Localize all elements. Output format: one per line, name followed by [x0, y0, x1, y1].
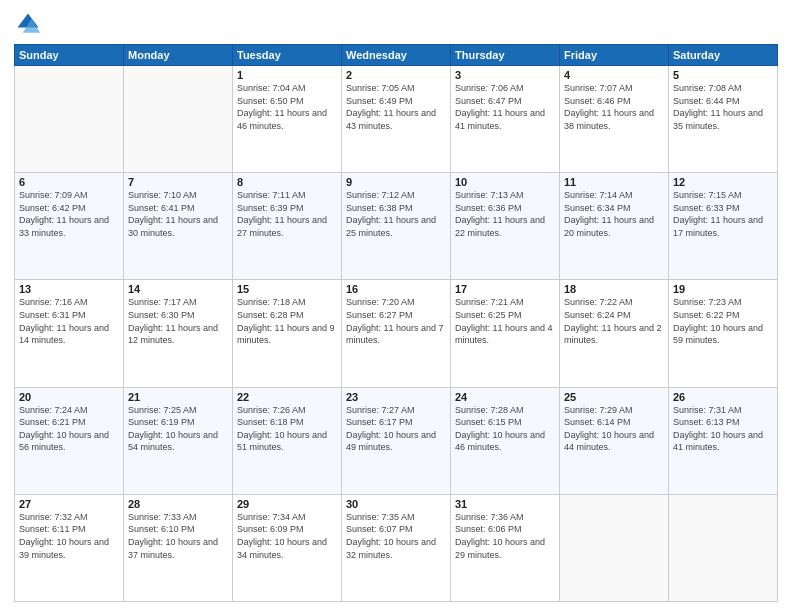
- calendar-week-row: 13Sunrise: 7:16 AM Sunset: 6:31 PM Dayli…: [15, 280, 778, 387]
- day-detail: Sunrise: 7:23 AM Sunset: 6:22 PM Dayligh…: [673, 296, 773, 346]
- day-detail: Sunrise: 7:20 AM Sunset: 6:27 PM Dayligh…: [346, 296, 446, 346]
- weekday-header-row: SundayMondayTuesdayWednesdayThursdayFrid…: [15, 45, 778, 66]
- logo: [14, 10, 46, 38]
- day-detail: Sunrise: 7:32 AM Sunset: 6:11 PM Dayligh…: [19, 511, 119, 561]
- calendar-cell: 6Sunrise: 7:09 AM Sunset: 6:42 PM Daylig…: [15, 173, 124, 280]
- day-number: 7: [128, 176, 228, 188]
- calendar-cell: 24Sunrise: 7:28 AM Sunset: 6:15 PM Dayli…: [451, 387, 560, 494]
- day-detail: Sunrise: 7:16 AM Sunset: 6:31 PM Dayligh…: [19, 296, 119, 346]
- calendar-cell: 2Sunrise: 7:05 AM Sunset: 6:49 PM Daylig…: [342, 66, 451, 173]
- day-number: 25: [564, 391, 664, 403]
- day-number: 1: [237, 69, 337, 81]
- calendar-cell: 11Sunrise: 7:14 AM Sunset: 6:34 PM Dayli…: [560, 173, 669, 280]
- day-detail: Sunrise: 7:17 AM Sunset: 6:30 PM Dayligh…: [128, 296, 228, 346]
- calendar-cell: 20Sunrise: 7:24 AM Sunset: 6:21 PM Dayli…: [15, 387, 124, 494]
- day-number: 9: [346, 176, 446, 188]
- calendar-cell: 9Sunrise: 7:12 AM Sunset: 6:38 PM Daylig…: [342, 173, 451, 280]
- calendar-cell: 18Sunrise: 7:22 AM Sunset: 6:24 PM Dayli…: [560, 280, 669, 387]
- day-detail: Sunrise: 7:09 AM Sunset: 6:42 PM Dayligh…: [19, 189, 119, 239]
- calendar-cell: 10Sunrise: 7:13 AM Sunset: 6:36 PM Dayli…: [451, 173, 560, 280]
- day-detail: Sunrise: 7:10 AM Sunset: 6:41 PM Dayligh…: [128, 189, 228, 239]
- calendar-cell: 22Sunrise: 7:26 AM Sunset: 6:18 PM Dayli…: [233, 387, 342, 494]
- day-number: 2: [346, 69, 446, 81]
- calendar-cell: 30Sunrise: 7:35 AM Sunset: 6:07 PM Dayli…: [342, 494, 451, 601]
- day-detail: Sunrise: 7:07 AM Sunset: 6:46 PM Dayligh…: [564, 82, 664, 132]
- calendar-cell: [15, 66, 124, 173]
- day-detail: Sunrise: 7:35 AM Sunset: 6:07 PM Dayligh…: [346, 511, 446, 561]
- day-detail: Sunrise: 7:18 AM Sunset: 6:28 PM Dayligh…: [237, 296, 337, 346]
- day-detail: Sunrise: 7:28 AM Sunset: 6:15 PM Dayligh…: [455, 404, 555, 454]
- calendar-cell: 12Sunrise: 7:15 AM Sunset: 6:33 PM Dayli…: [669, 173, 778, 280]
- day-number: 29: [237, 498, 337, 510]
- calendar-cell: 3Sunrise: 7:06 AM Sunset: 6:47 PM Daylig…: [451, 66, 560, 173]
- calendar-cell: 19Sunrise: 7:23 AM Sunset: 6:22 PM Dayli…: [669, 280, 778, 387]
- day-number: 6: [19, 176, 119, 188]
- calendar-cell: 16Sunrise: 7:20 AM Sunset: 6:27 PM Dayli…: [342, 280, 451, 387]
- day-detail: Sunrise: 7:34 AM Sunset: 6:09 PM Dayligh…: [237, 511, 337, 561]
- calendar-cell: 17Sunrise: 7:21 AM Sunset: 6:25 PM Dayli…: [451, 280, 560, 387]
- day-detail: Sunrise: 7:25 AM Sunset: 6:19 PM Dayligh…: [128, 404, 228, 454]
- day-detail: Sunrise: 7:11 AM Sunset: 6:39 PM Dayligh…: [237, 189, 337, 239]
- calendar-cell: 31Sunrise: 7:36 AM Sunset: 6:06 PM Dayli…: [451, 494, 560, 601]
- day-number: 28: [128, 498, 228, 510]
- weekday-header: Saturday: [669, 45, 778, 66]
- calendar-week-row: 27Sunrise: 7:32 AM Sunset: 6:11 PM Dayli…: [15, 494, 778, 601]
- day-detail: Sunrise: 7:33 AM Sunset: 6:10 PM Dayligh…: [128, 511, 228, 561]
- day-detail: Sunrise: 7:24 AM Sunset: 6:21 PM Dayligh…: [19, 404, 119, 454]
- weekday-header: Monday: [124, 45, 233, 66]
- calendar-cell: 27Sunrise: 7:32 AM Sunset: 6:11 PM Dayli…: [15, 494, 124, 601]
- calendar-cell: [669, 494, 778, 601]
- calendar-cell: 26Sunrise: 7:31 AM Sunset: 6:13 PM Dayli…: [669, 387, 778, 494]
- day-number: 8: [237, 176, 337, 188]
- day-number: 10: [455, 176, 555, 188]
- day-number: 13: [19, 283, 119, 295]
- calendar-week-row: 6Sunrise: 7:09 AM Sunset: 6:42 PM Daylig…: [15, 173, 778, 280]
- day-number: 11: [564, 176, 664, 188]
- weekday-header: Tuesday: [233, 45, 342, 66]
- day-detail: Sunrise: 7:04 AM Sunset: 6:50 PM Dayligh…: [237, 82, 337, 132]
- calendar-cell: 25Sunrise: 7:29 AM Sunset: 6:14 PM Dayli…: [560, 387, 669, 494]
- day-detail: Sunrise: 7:14 AM Sunset: 6:34 PM Dayligh…: [564, 189, 664, 239]
- day-number: 31: [455, 498, 555, 510]
- day-number: 16: [346, 283, 446, 295]
- calendar-cell: 4Sunrise: 7:07 AM Sunset: 6:46 PM Daylig…: [560, 66, 669, 173]
- weekday-header: Thursday: [451, 45, 560, 66]
- calendar-week-row: 20Sunrise: 7:24 AM Sunset: 6:21 PM Dayli…: [15, 387, 778, 494]
- calendar-cell: 13Sunrise: 7:16 AM Sunset: 6:31 PM Dayli…: [15, 280, 124, 387]
- day-detail: Sunrise: 7:21 AM Sunset: 6:25 PM Dayligh…: [455, 296, 555, 346]
- weekday-header: Sunday: [15, 45, 124, 66]
- day-number: 3: [455, 69, 555, 81]
- calendar-cell: 21Sunrise: 7:25 AM Sunset: 6:19 PM Dayli…: [124, 387, 233, 494]
- day-detail: Sunrise: 7:08 AM Sunset: 6:44 PM Dayligh…: [673, 82, 773, 132]
- day-number: 14: [128, 283, 228, 295]
- day-detail: Sunrise: 7:15 AM Sunset: 6:33 PM Dayligh…: [673, 189, 773, 239]
- page: SundayMondayTuesdayWednesdayThursdayFrid…: [0, 0, 792, 612]
- day-detail: Sunrise: 7:22 AM Sunset: 6:24 PM Dayligh…: [564, 296, 664, 346]
- day-number: 12: [673, 176, 773, 188]
- calendar-cell: 29Sunrise: 7:34 AM Sunset: 6:09 PM Dayli…: [233, 494, 342, 601]
- day-number: 4: [564, 69, 664, 81]
- day-detail: Sunrise: 7:06 AM Sunset: 6:47 PM Dayligh…: [455, 82, 555, 132]
- day-number: 19: [673, 283, 773, 295]
- calendar-cell: 15Sunrise: 7:18 AM Sunset: 6:28 PM Dayli…: [233, 280, 342, 387]
- day-detail: Sunrise: 7:05 AM Sunset: 6:49 PM Dayligh…: [346, 82, 446, 132]
- calendar-table: SundayMondayTuesdayWednesdayThursdayFrid…: [14, 44, 778, 602]
- day-number: 26: [673, 391, 773, 403]
- calendar-cell: [124, 66, 233, 173]
- weekday-header: Friday: [560, 45, 669, 66]
- calendar-cell: 7Sunrise: 7:10 AM Sunset: 6:41 PM Daylig…: [124, 173, 233, 280]
- calendar-cell: 23Sunrise: 7:27 AM Sunset: 6:17 PM Dayli…: [342, 387, 451, 494]
- calendar-cell: 1Sunrise: 7:04 AM Sunset: 6:50 PM Daylig…: [233, 66, 342, 173]
- day-number: 15: [237, 283, 337, 295]
- calendar-cell: 28Sunrise: 7:33 AM Sunset: 6:10 PM Dayli…: [124, 494, 233, 601]
- day-number: 17: [455, 283, 555, 295]
- day-number: 23: [346, 391, 446, 403]
- day-number: 20: [19, 391, 119, 403]
- day-detail: Sunrise: 7:31 AM Sunset: 6:13 PM Dayligh…: [673, 404, 773, 454]
- logo-icon: [14, 10, 42, 38]
- header: [14, 10, 778, 38]
- day-detail: Sunrise: 7:29 AM Sunset: 6:14 PM Dayligh…: [564, 404, 664, 454]
- day-detail: Sunrise: 7:26 AM Sunset: 6:18 PM Dayligh…: [237, 404, 337, 454]
- day-detail: Sunrise: 7:27 AM Sunset: 6:17 PM Dayligh…: [346, 404, 446, 454]
- day-detail: Sunrise: 7:36 AM Sunset: 6:06 PM Dayligh…: [455, 511, 555, 561]
